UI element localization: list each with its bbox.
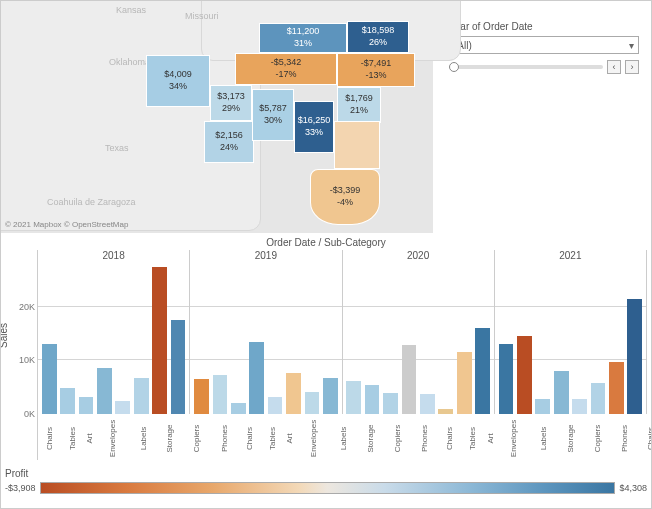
bar-2018-Chairs[interactable] xyxy=(42,344,57,414)
x-label: Art xyxy=(485,433,494,443)
state-AL[interactable]: $16,25033% xyxy=(294,101,334,153)
bar-2018-Art[interactable] xyxy=(79,397,94,414)
state-SC[interactable]: $1,76921% xyxy=(337,87,381,123)
y-tick: 20K xyxy=(19,302,35,312)
x-label: Chairs xyxy=(245,427,254,450)
x-label: Art xyxy=(85,433,94,443)
bar-2021-Art[interactable] xyxy=(535,399,550,414)
x-label: Chairs xyxy=(445,427,454,450)
bar-2019-Copiers[interactable] xyxy=(305,392,320,415)
state-VA[interactable]: $18,59826% xyxy=(347,21,409,53)
filter-title: Year of Order Date xyxy=(449,21,639,32)
bar-2019-Art[interactable] xyxy=(231,403,246,414)
x-label: Storage xyxy=(365,424,374,452)
year-header-2018: 2018 xyxy=(38,250,190,264)
map-bg-label: Oklahoma xyxy=(109,57,150,67)
x-label: Tables xyxy=(68,427,77,450)
x-label: Copiers xyxy=(193,425,202,453)
x-label: Phones xyxy=(620,425,629,452)
x-label: Envelopes xyxy=(509,420,518,457)
year-group-2018 xyxy=(38,264,190,414)
bar-2018-Envelopes[interactable] xyxy=(97,368,112,414)
bar-2019-Storage[interactable] xyxy=(286,373,301,414)
state-GA[interactable] xyxy=(334,121,380,169)
y-tick: 10K xyxy=(19,355,35,365)
bar-2018-Labels[interactable] xyxy=(115,401,130,414)
map-bg-label: Coahuila de Zaragoza xyxy=(47,197,136,207)
bar-2021-Labels[interactable] xyxy=(572,399,587,414)
legend-min: -$3,908 xyxy=(5,483,36,493)
slider-prev-button[interactable]: ‹ xyxy=(607,60,621,74)
state-FL[interactable]: -$3,399-4% xyxy=(310,169,380,225)
x-label: Tables xyxy=(268,427,277,450)
state-MS[interactable]: $5,78730% xyxy=(252,89,294,141)
bar-2020-Chairs[interactable] xyxy=(346,381,361,414)
x-label: Labels xyxy=(139,427,148,451)
year-group-2021 xyxy=(495,264,647,414)
bar-2021-Copiers[interactable] xyxy=(609,362,624,415)
bar-2018-Copiers[interactable] xyxy=(152,267,167,414)
filter-panel: Year of Order Date (All) ‹ › xyxy=(433,1,651,233)
year-group-2020 xyxy=(343,264,495,414)
x-label: Chairs xyxy=(646,427,652,450)
bar-2020-Tables[interactable] xyxy=(365,385,380,414)
state-KY[interactable]: $11,20031% xyxy=(259,23,347,53)
x-label: Labels xyxy=(539,427,548,451)
bar-2020-Envelopes[interactable] xyxy=(402,345,417,414)
chart-title: Order Date / Sub-Category xyxy=(5,237,647,248)
map-bg-label: Texas xyxy=(105,143,129,153)
year-header-2021: 2021 xyxy=(495,250,647,264)
choropleth-map[interactable]: KansasMissouriOklahomaTexasCoahuila de Z… xyxy=(1,1,433,233)
bar-chart[interactable]: Sales 0K10K20K 2018201920202021 ChairsTa… xyxy=(5,250,647,460)
bar-2020-Phones[interactable] xyxy=(475,328,490,414)
bar-2021-Chairs[interactable] xyxy=(499,344,514,414)
state-TN[interactable]: -$5,342-17% xyxy=(235,53,337,85)
bar-2019-Labels[interactable] xyxy=(268,397,283,414)
bar-2019-Envelopes[interactable] xyxy=(249,342,264,414)
state-TX[interactable]: $4,00934% xyxy=(146,55,210,107)
bar-2019-Tables[interactable] xyxy=(213,375,228,414)
legend-gradient xyxy=(40,482,616,494)
profit-legend: Profit -$3,908 $4,308 xyxy=(5,468,647,506)
year-group-2019 xyxy=(190,264,342,414)
x-label: Phones xyxy=(220,425,229,452)
x-label: Storage xyxy=(565,424,574,452)
bar-2020-Labels[interactable] xyxy=(420,394,435,414)
bar-2021-Tables[interactable] xyxy=(517,336,532,414)
year-slider[interactable] xyxy=(449,65,603,69)
bar-2020-Copiers[interactable] xyxy=(457,352,472,414)
x-label: Chairs xyxy=(45,427,54,450)
x-label: Phones xyxy=(420,425,429,452)
x-label: Copiers xyxy=(393,425,402,453)
x-label: Labels xyxy=(339,427,348,451)
legend-max: $4,308 xyxy=(619,483,647,493)
map-bg-label: Missouri xyxy=(185,11,219,21)
year-header-2019: 2019 xyxy=(190,250,342,264)
year-select[interactable]: (All) xyxy=(449,36,639,54)
x-label: Tables xyxy=(469,427,478,450)
bar-2018-Tables[interactable] xyxy=(60,388,75,414)
map-attribution: © 2021 Mapbox © OpenStreetMap xyxy=(5,220,128,229)
year-header-2020: 2020 xyxy=(343,250,495,264)
map-bg-label: Kansas xyxy=(116,5,146,15)
y-axis-label: Sales xyxy=(0,323,9,348)
bar-2018-Phones[interactable] xyxy=(171,320,186,414)
state-AR[interactable]: $3,17329% xyxy=(210,85,252,121)
bar-2021-Storage[interactable] xyxy=(591,383,606,414)
x-label: Copiers xyxy=(593,425,602,453)
legend-title: Profit xyxy=(5,468,647,479)
x-label: Storage xyxy=(165,424,174,452)
bar-2019-Phones[interactable] xyxy=(323,378,338,414)
bar-2018-Storage[interactable] xyxy=(134,378,149,414)
x-label: Envelopes xyxy=(309,420,318,457)
x-label: Art xyxy=(285,433,294,443)
bar-2019-Chairs[interactable] xyxy=(194,379,209,414)
x-label: Envelopes xyxy=(109,420,118,457)
state-NC[interactable]: -$7,491-13% xyxy=(337,53,415,87)
bar-2020-Art[interactable] xyxy=(383,393,398,414)
slider-next-button[interactable]: › xyxy=(625,60,639,74)
bar-2021-Phones[interactable] xyxy=(627,299,642,414)
y-tick: 0K xyxy=(24,409,35,419)
bar-2021-Envelopes[interactable] xyxy=(554,371,569,414)
state-LA[interactable]: $2,15624% xyxy=(204,121,254,163)
